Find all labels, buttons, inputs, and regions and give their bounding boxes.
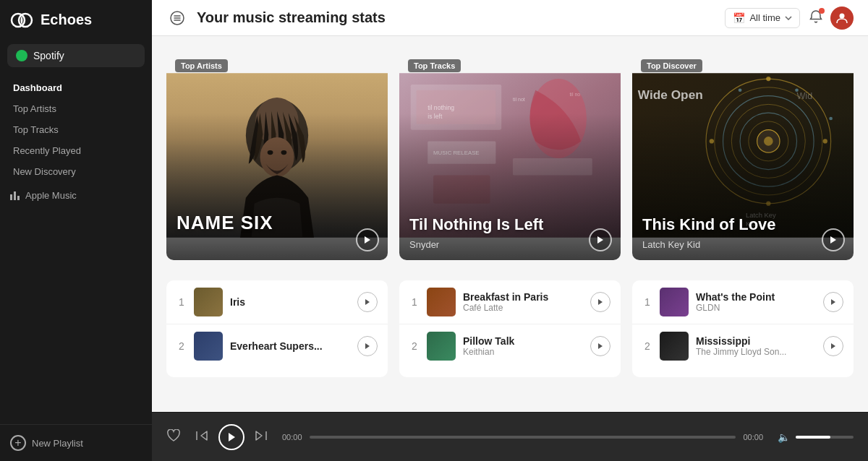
volume-icon: 🔈	[778, 431, 790, 443]
sidebar-item-top-tracks[interactable]: Top Tracks	[0, 119, 152, 140]
total-time: 00:00	[743, 433, 763, 441]
play-icon	[365, 342, 370, 350]
chevron-down-icon	[785, 16, 792, 20]
track-info: Iris	[230, 296, 350, 308]
svg-point-6	[840, 13, 845, 18]
top-artists-track-list: 1 Iris 2 Everheart Supers...	[166, 280, 388, 376]
track-row: 2 Pillow Talk Keithian	[399, 324, 621, 368]
play-icon	[830, 342, 836, 350]
track-thumbnail	[427, 288, 456, 316]
previous-button[interactable]	[195, 430, 208, 444]
track-artist: Café Latte	[463, 303, 583, 313]
main-content: Your music streaming stats 📅 All time	[152, 0, 868, 461]
track-play-button[interactable]	[357, 336, 378, 356]
play-icon	[597, 342, 603, 350]
track-number: 1	[642, 296, 652, 308]
play-icon	[597, 298, 603, 306]
card-badge-top-tracks: Top Tracks	[408, 59, 461, 72]
track-play-button[interactable]	[590, 336, 610, 356]
player-bar: 00:00 00:00 🔈	[152, 412, 868, 461]
top-tracks-track-list: 1 Breakfast in Paris Café Latte 2 Pillow…	[399, 280, 621, 376]
track-row: 2 Mississippi The Jimmy Lloyd Son...	[632, 324, 854, 368]
app-name: Echoes	[41, 12, 92, 28]
time-filter-dropdown[interactable]: 📅 All time	[725, 8, 800, 28]
spotify-dot	[16, 50, 27, 61]
play-icon	[227, 432, 236, 442]
track-name: Mississippi	[696, 335, 816, 347]
notification-button[interactable]	[809, 9, 823, 26]
track-info: What's the Point GLDN	[696, 291, 816, 313]
sidebar-nav: Dashboard Top Artists Top Tracks Recentl…	[0, 74, 152, 185]
track-thumbnail	[660, 332, 689, 361]
new-playlist-button[interactable]: + New Playlist	[0, 424, 152, 461]
logo-area: Echoes	[0, 0, 152, 40]
track-play-button[interactable]	[823, 292, 843, 312]
sidebar-item-new-discovery[interactable]: New Discovery	[0, 161, 152, 182]
track-play-button[interactable]	[357, 292, 378, 312]
sidebar-item-top-artists[interactable]: Top Artists	[0, 98, 152, 119]
track-name: Iris	[230, 296, 350, 308]
track-name: Breakfast in Paris	[463, 291, 583, 303]
heart-icon	[166, 429, 181, 442]
track-info: Everheart Supers...	[230, 340, 350, 352]
progress-section: 00:00 00:00	[282, 433, 763, 441]
sidebar-item-recently-played[interactable]: Recently Played	[0, 140, 152, 161]
skip-forward-icon	[255, 430, 268, 441]
track-name: Everheart Supers...	[230, 340, 350, 352]
track-info: Pillow Talk Keithian	[463, 335, 583, 357]
bar-chart-icon	[10, 191, 20, 200]
play-pause-button[interactable]	[218, 424, 244, 450]
track-row: 1 What's the Point GLDN	[632, 280, 854, 324]
user-avatar[interactable]	[830, 7, 854, 30]
track-number: 2	[176, 340, 187, 352]
track-play-button[interactable]	[590, 292, 610, 312]
card-title-top-tracks: Til Nothing Is Left	[409, 215, 610, 234]
volume-bar[interactable]	[796, 436, 854, 439]
plus-icon: +	[10, 435, 26, 451]
card-play-button-discover[interactable]	[822, 228, 845, 251]
play-icon	[365, 298, 370, 306]
calendar-icon: 📅	[733, 12, 745, 24]
favorite-button[interactable]	[166, 429, 181, 444]
progress-bar[interactable]	[310, 436, 736, 439]
track-play-button[interactable]	[823, 336, 843, 356]
card-play-button-artists[interactable]	[356, 228, 379, 251]
track-info: Breakfast in Paris Café Latte	[463, 291, 583, 313]
track-thumbnail	[194, 332, 223, 361]
play-icon	[364, 236, 371, 244]
play-icon	[830, 298, 836, 306]
next-button[interactable]	[255, 430, 268, 444]
track-row: 1 Iris	[166, 280, 388, 324]
track-number: 2	[409, 340, 420, 352]
card-title-top-discover: This Kind of Love	[642, 215, 843, 234]
volume-fill	[796, 436, 830, 439]
player-controls	[195, 424, 268, 450]
menu-button[interactable]	[166, 7, 188, 29]
spotify-button[interactable]: Spotify	[7, 44, 145, 67]
track-thumbnail	[660, 288, 689, 316]
sidebar-item-apple-music[interactable]: Apple Music	[0, 185, 152, 206]
user-icon	[835, 12, 848, 25]
feature-card-top-artists[interactable]: Top Artists NAME SIX	[166, 51, 388, 260]
logo-icon	[10, 12, 33, 28]
track-info: Mississippi The Jimmy Lloyd Son...	[696, 335, 816, 357]
card-play-button-tracks[interactable]	[589, 228, 612, 251]
card-subtitle-top-tracks: Snyder	[409, 239, 439, 250]
card-badge-top-discover: Top Discover	[641, 59, 702, 72]
track-artist: GLDN	[696, 303, 816, 313]
track-number: 2	[642, 340, 652, 352]
sidebar-item-dashboard[interactable]: Dashboard	[0, 77, 152, 98]
header: Your music streaming stats 📅 All time	[152, 0, 868, 36]
track-thumbnail	[427, 332, 456, 361]
track-name: What's the Point	[696, 291, 816, 303]
feature-card-top-tracks[interactable]: til nothing is left til not til no MUSIC…	[399, 51, 621, 260]
notification-dot	[819, 8, 825, 14]
new-playlist-label: New Playlist	[32, 438, 83, 449]
track-row: 2 Everheart Supers...	[166, 324, 388, 368]
current-time: 00:00	[282, 433, 302, 441]
track-artist: Keithian	[463, 347, 583, 357]
track-row: 1 Breakfast in Paris Café Latte	[399, 280, 621, 324]
sidebar: Echoes Spotify Dashboard Top Artists Top…	[0, 0, 152, 461]
content-area: Top Artists NAME SIX	[152, 36, 868, 412]
feature-card-top-discover[interactable]: Wide Open Wid Latch Key Kid Top Discover…	[632, 51, 854, 260]
